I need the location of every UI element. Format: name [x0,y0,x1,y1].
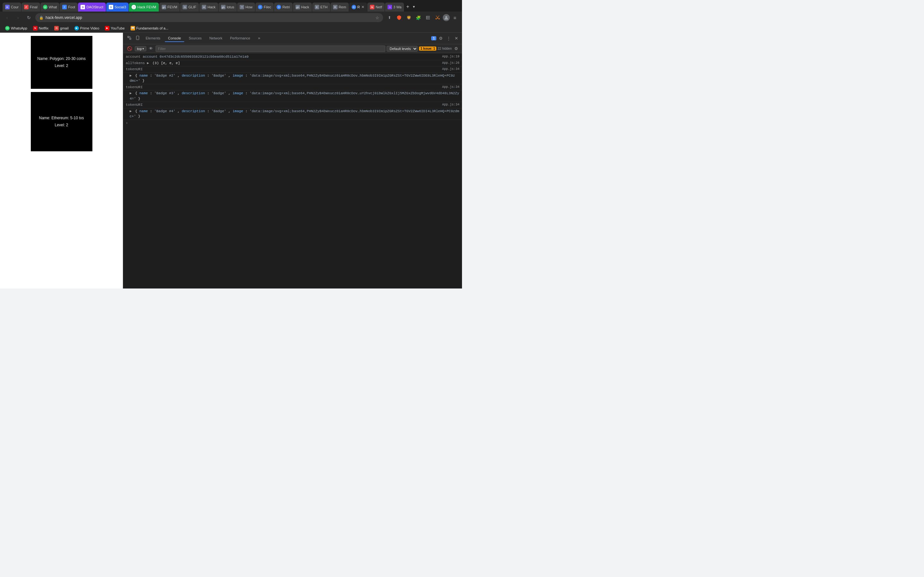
console-line-file-3[interactable]: App.js:34 [442,67,459,71]
lock-icon: 🔒 [39,16,44,20]
bookmark-gmail[interactable]: G gmail [52,25,71,31]
back-button[interactable]: ‹ [3,13,11,22]
tab-eth[interactable]: E ETH [312,3,330,11]
profile-avatar[interactable] [443,14,450,21]
badge-card-2-name: Name: Ethereum: 5-10 txs [39,115,84,122]
tab-final[interactable]: F Final [21,3,40,11]
share-button[interactable]: ⬆ [385,13,394,22]
badge-card-1-name: Name: Polygon: 20-30 coins [37,55,86,63]
devtools-tab-performance[interactable]: Performance [227,35,254,42]
devtools-tab-network[interactable]: Network [206,35,226,42]
brave-rewards-button[interactable]: 🦁 [404,13,413,22]
brave-shield-button[interactable] [395,13,404,22]
console-top-label: top [137,47,142,51]
bookmark-youtube-label: YouTube [111,26,124,30]
webpage-content: Name: Polygon: 20-30 coins Level: 2 Name… [0,33,123,288]
console-log-account: account account 0x47d3c2dc655093S829121c… [123,54,462,60]
whatsapp-favicon: W [5,26,10,31]
main-area: Name: Polygon: 20-30 coins Level: 2 Name… [0,33,462,288]
extensions-button[interactable]: 🧩 [414,13,423,22]
bookmark-fundamentals[interactable]: 📖 Fundamentals of a... [128,25,171,31]
tab-daostruct[interactable]: D DAOStruct [78,3,106,11]
console-line-file-2[interactable]: App.js:26 [442,61,459,65]
console-log-tokenuri-2: tokenURI App.js:34 [123,84,462,91]
address-bar[interactable]: 🔒 ☆ [35,13,383,22]
devtools-inspect-button[interactable] [126,35,133,42]
devtools-toolbar: Elements Console Sources Network Perform… [123,33,462,44]
console-top-selector[interactable]: top ▾ [135,46,146,51]
devtools-tab-elements[interactable]: Elements [142,35,164,42]
console-issue-badge: 1 Issue: 1 [419,47,436,51]
sidebar-toggle-button[interactable] [423,13,433,22]
tab-hackfevm[interactable]: ⬡ Hack FEVM [129,3,159,11]
console-output[interactable]: account account 0x47d3c2dc655093S829121c… [123,53,462,288]
fundamentals-favicon: 📖 [131,26,135,31]
console-line-file-5[interactable]: App.js:34 [442,85,459,89]
tab-lotus[interactable]: gh lotus [218,3,237,11]
svg-rect-10 [128,36,129,37]
console-clear-button[interactable]: 🚫 [126,45,134,52]
svg-rect-3 [426,16,427,19]
devtools-settings-button[interactable]: ⚙ [438,35,444,41]
tab-close-current[interactable]: ✕ [361,5,365,9]
tab-whats[interactable]: W What [40,3,60,11]
address-input[interactable] [45,15,373,20]
bookmark-fundamentals-label: Fundamentals of a... [136,26,168,30]
svg-rect-11 [129,38,131,39]
bookmark-primevideo[interactable]: ▶ Prime Video [72,25,102,31]
bookmark-netflix[interactable]: N Netflix [31,25,51,31]
devtools-more-options-button[interactable]: ⋮ [445,35,452,41]
bookmark-star-icon[interactable]: ☆ [375,15,379,20]
tab-how[interactable]: ? How [237,3,255,11]
tab-current[interactable]: R R ✕ [349,3,367,11]
console-filter-input[interactable] [156,45,385,52]
console-prompt-symbol: › [126,121,128,125]
devtools-close-button[interactable]: ✕ [453,35,459,41]
svg-marker-4 [438,16,439,17]
netflix-favicon: N [33,26,37,31]
tab-social3[interactable]: S Social3 [106,3,129,11]
console-settings-button[interactable]: ⚙ [453,45,459,52]
tab-hack3[interactable]: gh Hack [293,3,312,11]
tab-hack2[interactable]: H Hack [199,3,218,11]
tab-retri[interactable]: R Retri [274,3,292,11]
tab-bar: K Cour F Final W What F Foot D DAOStruct… [0,0,462,11]
bookmark-whatsapp[interactable]: W WhatsApp [3,25,30,31]
badge-card-1: Name: Polygon: 20-30 coins Level: 2 [31,36,92,89]
devtools-tab-console[interactable]: Console [165,35,184,42]
tab-fevm-gh[interactable]: gh FEVM [159,3,180,11]
new-tab-button[interactable]: + [404,4,411,10]
bookmark-primevideo-label: Prime Video [80,26,99,30]
console-log-tokenuri-3: tokenURI App.js:34 [123,102,462,108]
browser-window: K Cour F Final W What F Foot D DAOStruct… [0,0,462,288]
bookmark-youtube[interactable]: ▶ YouTube [102,25,127,31]
badge-card-1-text: Name: Polygon: 20-30 coins Level: 2 [37,55,86,69]
tab-glif[interactable]: G GLIF [180,3,199,11]
tab-filec[interactable]: F Filec [255,3,274,11]
nav-icons: ⬆ 🦁 🧩 ≡ [385,13,459,22]
tab-foot[interactable]: F Foot [60,3,78,11]
bookmark-netflix-label: Netflix [39,26,49,30]
browser-menu-button[interactable]: ≡ [451,13,459,22]
tab-rem[interactable]: R Rem [330,3,349,11]
tab-3wa[interactable]: 3 3 Wa [385,3,404,11]
tab-netf[interactable]: N Netf [367,3,384,11]
primevideo-favicon: ▶ [74,26,79,31]
svg-point-8 [437,17,439,19]
devtools-panel: Elements Console Sources Network Perform… [123,33,462,288]
badge-card-2-text: Name: Ethereum: 5-10 txs Level: 2 [39,115,84,129]
console-eye-button[interactable]: 👁 [148,45,154,52]
devtools-tab-more[interactable]: » [255,34,263,42]
tab-cour[interactable]: K Cour [3,3,21,11]
console-line-file-1[interactable]: App.js:19 [442,54,459,58]
console-level-select[interactable]: Default levels [387,46,418,52]
reload-button[interactable]: ↻ [24,13,33,22]
devtools-tab-sources[interactable]: Sources [186,35,205,42]
devtools-device-button[interactable] [134,35,141,42]
console-top-arrow: ▾ [142,47,144,50]
badge-card-2: Name: Ethereum: 5-10 txs Level: 2 [31,92,92,151]
forward-button[interactable]: › [13,13,23,22]
metamask-button[interactable] [433,13,442,22]
console-line-file-7[interactable]: App.js:34 [442,102,459,106]
tab-overflow-button[interactable]: ▾ [412,5,416,9]
